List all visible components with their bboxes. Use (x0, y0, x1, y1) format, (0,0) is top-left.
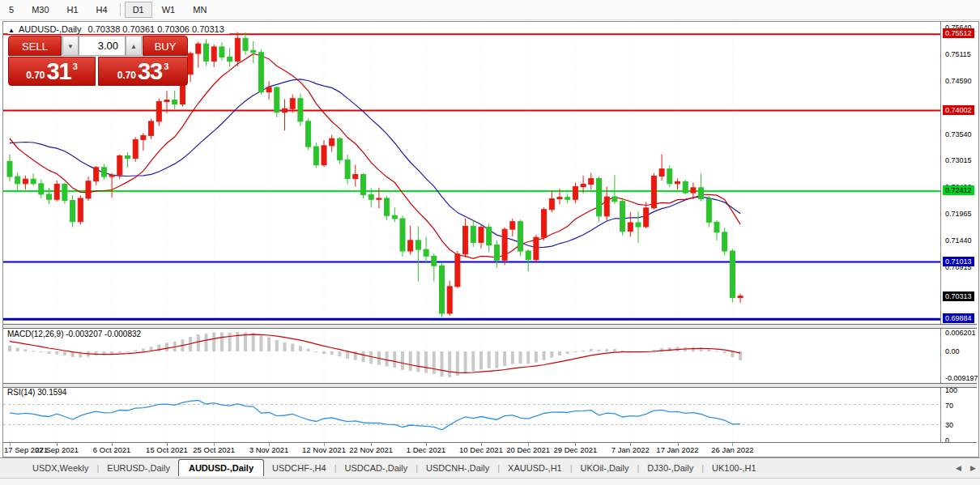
time-label: 22 Nov 2021 (349, 445, 393, 454)
price-tick: 0.71965 (945, 210, 972, 218)
chart-symbol-label: AUDUSD-,Daily (19, 24, 82, 34)
ask-pipette: 3 (164, 62, 168, 71)
macd-label: MACD(12,26,9) -0.003207 -0.000832 (7, 330, 141, 338)
rsi-panel[interactable] (3, 386, 940, 441)
chart-tabs: USDX,Weekly|EURUSD-,DailyAUDUSD-,DailyUS… (24, 459, 765, 476)
chart-tab-usdx-weekly[interactable]: USDX,Weekly (24, 459, 96, 476)
price-tick: 0.73015 (945, 156, 972, 164)
collapse-triangle-icon[interactable]: ▲ (8, 27, 15, 34)
timeframe-button-h4[interactable]: H4 (88, 2, 116, 18)
bid-prefix: 0.70 (26, 70, 45, 81)
price-tick: 0.74590 (945, 77, 972, 85)
chart-tab-ukoil-daily[interactable]: UKOil-,Daily (573, 459, 637, 476)
macd-axis[interactable]: 0.0062010.00-0.009197 (942, 328, 978, 383)
chart-tab-dj30-daily[interactable]: DJ30-,Daily (639, 459, 701, 476)
timeframe-toolbar: 5M30H1H4D1W1MN (0, 0, 980, 20)
chart-tab-audusd-daily[interactable]: AUDUSD-,Daily (178, 459, 264, 476)
time-label: 20 Dec 2021 (506, 445, 550, 454)
status-strip (0, 478, 980, 485)
mt4-terminal: 5M30H1H4D1W1MN ▲AUDUSD-,Daily0.70338 0.7… (0, 0, 980, 485)
time-label: 17 Jan 2022 (656, 445, 698, 454)
time-label: 27 Sep 2021 (35, 445, 79, 454)
axis-separator (940, 22, 941, 455)
macd-axis-label: 0.006201 (945, 329, 976, 337)
time-label: 6 Oct 2021 (93, 445, 130, 454)
time-label: 29 Dec 2021 (553, 445, 597, 454)
volume-input[interactable] (79, 36, 126, 56)
bid-price-box[interactable]: 0.70 31 3 (8, 57, 96, 86)
sell-button[interactable]: SELL (8, 36, 62, 56)
price-tick: 0.71440 (945, 236, 972, 245)
one-click-trade-panel: SELL ▼ ▲ BUY 0.70 31 3 0.70 33 3 (8, 36, 188, 86)
macd-panel[interactable] (3, 328, 940, 383)
level-price-badge: 0.69884 (943, 313, 974, 323)
time-label: 15 Oct 2021 (146, 445, 188, 454)
chart-tab-usdchf-h4[interactable]: USDCHF-,H4 (264, 459, 334, 476)
timeframe-button-mn[interactable]: MN (185, 2, 215, 18)
timeframe-button-w1[interactable]: W1 (154, 2, 184, 18)
time-label: 1 Dec 2021 (407, 445, 446, 454)
ask-main: 33 (138, 58, 162, 85)
time-label: 10 Dec 2021 (459, 445, 503, 454)
chart-tab-usdcad-daily[interactable]: USDCAD-,Daily (337, 459, 416, 476)
chart-tab-eurusd-daily[interactable]: EURUSD-,Daily (99, 459, 178, 476)
price-axis[interactable]: 0.756400.751150.745900.740650.735400.730… (942, 22, 978, 324)
time-axis[interactable]: 17 Sep 202127 Sep 20216 Oct 202115 Oct 2… (3, 442, 977, 456)
volume-increase-button[interactable]: ▲ (126, 36, 142, 56)
panel-divider[interactable] (3, 324, 977, 329)
current-price-badge: 0.70313 (943, 291, 974, 301)
tabs-scroll-right-icon[interactable]: ▶ (970, 464, 976, 472)
chart-window: ▲AUDUSD-,Daily0.70338 0.70361 0.70306 0.… (2, 21, 979, 457)
macd-axis-label: -0.009197 (945, 374, 978, 382)
time-label: 3 Nov 2021 (249, 445, 289, 454)
time-label: 25 Oct 2021 (193, 445, 235, 454)
tabs-scroll-left-icon[interactable]: ◀ (956, 464, 961, 472)
level-price-badge: 0.72412 (943, 185, 974, 195)
level-price-badge: 0.75512 (943, 28, 974, 38)
time-label: 26 Jan 2022 (711, 445, 753, 454)
toolbar-separator (120, 3, 121, 16)
buy-button[interactable]: BUY (143, 36, 188, 56)
time-label: 12 Nov 2021 (302, 445, 346, 454)
timeframe-button-m30[interactable]: M30 (23, 2, 57, 18)
ask-prefix: 0.70 (117, 70, 136, 81)
chart-tab-uk100-h1[interactable]: UK100-,H1 (704, 459, 764, 476)
price-tick: 0.73540 (945, 130, 972, 138)
timeframe-button-h1[interactable]: H1 (59, 2, 87, 18)
chart-title: ▲AUDUSD-,Daily0.70338 0.70361 0.70306 0.… (8, 24, 229, 34)
chart-ohlc-values: 0.70338 0.70361 0.70306 0.70313 (88, 24, 224, 34)
rsi-axis-label: 30 (945, 421, 953, 429)
chart-tab-usdcnh-daily[interactable]: USDCNH-,Daily (418, 459, 497, 476)
panel-divider[interactable] (3, 383, 977, 388)
time-label: 7 Jan 2022 (611, 445, 650, 454)
bid-main: 31 (46, 58, 70, 85)
volume-decrease-button[interactable]: ▼ (62, 36, 79, 56)
timeframe-button-d1[interactable]: D1 (125, 2, 152, 18)
price-tick: 0.75115 (945, 50, 971, 58)
macd-axis-label: 0.00 (945, 347, 960, 355)
rsi-label: RSI(14) 30.1594 (7, 388, 66, 397)
level-price-badge: 0.71013 (943, 257, 974, 266)
chart-tab-bar: USDX,Weekly|EURUSD-,DailyAUDUSD-,DailyUS… (0, 457, 980, 479)
down-triangle-icon: ▼ (67, 43, 74, 50)
ask-price-box[interactable]: 0.70 33 3 (98, 57, 188, 86)
chart-tab-xauusd-h1[interactable]: XAUUSD-,H1 (500, 459, 570, 476)
level-price-badge: 0.74002 (943, 105, 974, 115)
timeframe-button-5[interactable]: 5 (1, 2, 22, 18)
rsi-axis[interactable]: 10070300 (942, 386, 978, 441)
up-triangle-icon: ▲ (130, 43, 137, 50)
rsi-axis-label: 70 (945, 402, 953, 410)
bid-pipette: 3 (73, 62, 78, 71)
